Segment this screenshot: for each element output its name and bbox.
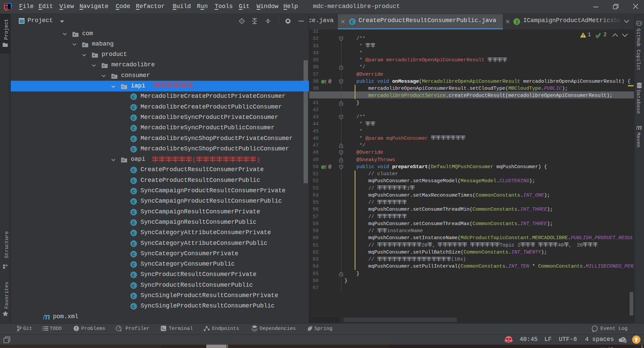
svg-text:C: C — [132, 116, 135, 121]
svg-text:C: C — [132, 200, 135, 205]
svg-text:C: C — [132, 95, 135, 100]
svg-text:C: C — [132, 263, 135, 268]
svg-text:C: C — [132, 179, 135, 184]
svg-text:C: C — [132, 283, 135, 288]
svg-text:C: C — [132, 137, 135, 142]
svg-text:I: I — [322, 80, 324, 83]
svg-text:C: C — [132, 126, 135, 131]
svg-text:C: C — [132, 105, 135, 110]
svg-text:?: ? — [622, 338, 624, 342]
svg-text:I: I — [322, 166, 324, 169]
svg-text:C: C — [132, 241, 135, 247]
svg-text:C: C — [132, 147, 135, 152]
svg-text:C: C — [132, 304, 135, 309]
svg-text:C: C — [132, 231, 135, 236]
svg-text:C: C — [132, 252, 135, 257]
svg-text:C: C — [132, 168, 135, 173]
svg-text:C: C — [132, 273, 135, 278]
svg-text:C: C — [132, 220, 135, 225]
svg-text:C: C — [132, 210, 135, 215]
svg-text:C: C — [132, 294, 135, 299]
svg-text:C: C — [132, 189, 135, 194]
svg-text:IJ: IJ — [6, 4, 8, 7]
